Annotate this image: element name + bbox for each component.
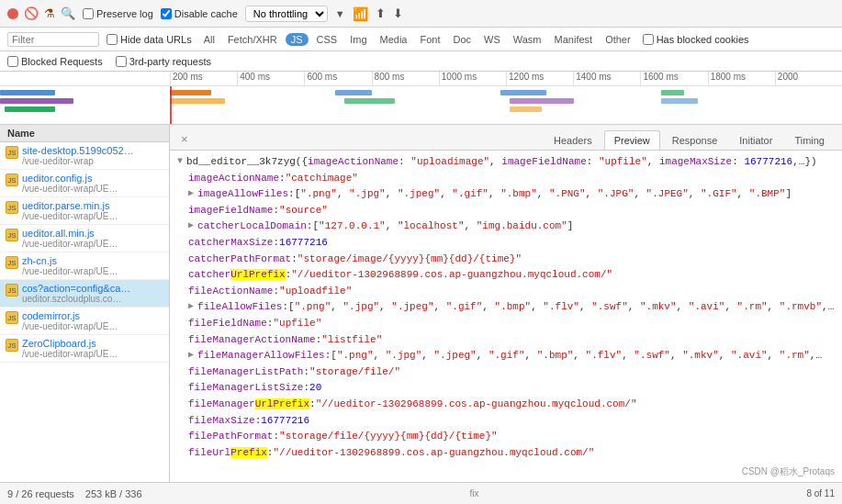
tick-400: 400 ms (237, 72, 304, 86)
checkbox-bar: Blocked Requests 3rd-party requests (0, 51, 842, 72)
tick-800: 800 ms (372, 72, 439, 86)
json-line-7: catcherUrlPrefix: "//ueditor-1302968899.… (177, 267, 835, 284)
tick-1800: 1800 ms (708, 72, 775, 86)
file-item-4[interactable]: JS zh-cn.js /vue-ueditor-wrap/UE… (0, 252, 169, 280)
tab-img[interactable]: Img (345, 33, 371, 46)
transfer-size: 253 kB / 336 (85, 488, 142, 499)
panel-tabs: × Headers Preview Response Initiator Tim… (170, 125, 842, 151)
file-info-7: ZeroClipboard.js /vue-ueditor-wrap/UE… (22, 338, 163, 359)
file-icon-4: JS (6, 256, 18, 269)
tab-timing[interactable]: Timing (784, 130, 835, 150)
expand-arrow-0[interactable] (177, 154, 183, 169)
json-line-5: catcherMaxSize: 16777216 (177, 235, 835, 252)
file-item-0[interactable]: JS site-desktop.5199c052… /vue-ueditor-w… (0, 142, 169, 170)
fix-label: fix (469, 488, 478, 498)
file-icon-5: JS (6, 284, 18, 297)
json-line-6: ➔ catcherPathFormat: "storage/image/{yyy… (177, 252, 835, 268)
json-line-0: bd__editor__3k7zyg({imageActionName: "up… (177, 154, 835, 171)
tab-media[interactable]: Media (376, 33, 412, 46)
filter-bar: Hide data URLs All Fetch/XHR JS CSS Img … (0, 28, 842, 51)
timeline-bars (0, 86, 842, 125)
json-line-16: fileMaxSize: 16777216 (177, 413, 835, 430)
file-info-3: ueditor.all.min.js /vue-ueditor-wrap/UE… (22, 228, 163, 249)
expand-arrow-4[interactable] (188, 218, 194, 233)
filter-tabs: All Fetch/XHR JS CSS Img Media Font Doc … (199, 33, 749, 46)
filter-input[interactable] (7, 32, 99, 47)
preview-panel: × Headers Preview Response Initiator Tim… (170, 125, 842, 482)
tab-headers[interactable]: Headers (544, 130, 602, 150)
expand-arrow-9[interactable] (188, 299, 194, 314)
upload-icon[interactable]: ⬆ (376, 6, 386, 20)
json-line-2: imageAllowFiles: [".png", ".jpg", ".jpeg… (177, 186, 835, 203)
tab-doc[interactable]: Doc (448, 33, 476, 46)
hide-data-urls-label: Hide data URLs (107, 34, 192, 45)
file-info-1: ueditor.config.js /vue-ueditor-wrap/UE… (22, 173, 163, 194)
json-line-13: fileManagerListPath: "storage/file/" (177, 364, 835, 381)
file-list: Name JS site-desktop.5199c052… /vue-uedi… (0, 125, 170, 482)
request-count: 9 / 26 requests (7, 488, 74, 499)
devtools-toolbar: 🚫 ⚗ 🔍 Preserve log Disable cache No thro… (0, 0, 842, 28)
tab-preview[interactable]: Preview (604, 130, 660, 150)
json-line-8: fileActionName: "uploadfile" (177, 284, 835, 300)
panel-close-btn[interactable]: × (175, 129, 194, 150)
blocked-requests-checkbox[interactable] (7, 56, 18, 67)
tab-manifest[interactable]: Manifest (550, 33, 598, 46)
tab-other[interactable]: Other (601, 33, 635, 46)
tab-all[interactable]: All (199, 33, 219, 46)
third-party-label: 3rd-party requests (116, 56, 211, 67)
expand-arrow-2[interactable] (188, 186, 194, 201)
file-icon-6: JS (6, 311, 18, 324)
file-info-0: site-desktop.5199c052… /vue-ueditor-wrap (22, 145, 163, 166)
clear-icon[interactable]: 🚫 (24, 6, 39, 20)
tab-fetch-xhr[interactable]: Fetch/XHR (223, 33, 282, 46)
download-icon[interactable]: ⬇ (393, 6, 403, 20)
file-item-5[interactable]: JS cos?action=config&ca… ueditor.szcloud… (0, 280, 169, 308)
main-content: Name JS site-desktop.5199c052… /vue-uedi… (0, 125, 842, 482)
disable-cache-label: Disable cache (161, 8, 238, 19)
hide-data-urls-checkbox[interactable] (107, 34, 118, 45)
status-bar: 9 / 26 requests 253 kB / 336 fix 8 of 11 (0, 482, 842, 504)
file-info-6: codemirror.js /vue-ueditor-wrap/UE… (22, 310, 163, 331)
filter-icon[interactable]: ⚗ (44, 6, 55, 20)
preview-content[interactable]: bd__editor__3k7zyg({imageActionName: "up… (170, 151, 842, 482)
file-item-1[interactable]: JS ueditor.config.js /vue-ueditor-wrap/U… (0, 170, 169, 197)
has-blocked-checkbox[interactable] (643, 34, 654, 45)
record-icon[interactable] (7, 8, 18, 19)
file-item-2[interactable]: JS ueditor.parse.min.js /vue-ueditor-wra… (0, 197, 169, 225)
tab-css[interactable]: CSS (312, 33, 342, 46)
json-line-4: catcherLocalDomain: ["127.0.0.1", "local… (177, 218, 835, 235)
page-info: 8 of 11 (806, 488, 835, 498)
tick-2000: 2000 (775, 72, 842, 86)
json-line-14: fileManagerListSize: 20 (177, 380, 835, 397)
search-icon[interactable]: 🔍 (61, 6, 75, 20)
tab-js[interactable]: JS (286, 33, 309, 46)
blocked-requests-label: Blocked Requests (7, 56, 103, 67)
timeline-ruler: 200 ms 400 ms 600 ms 800 ms 1000 ms 1200… (0, 72, 842, 86)
toolbar-icons: 🚫 ⚗ 🔍 (7, 6, 75, 20)
disable-cache-checkbox[interactable] (161, 8, 172, 19)
tab-wasm[interactable]: Wasm (509, 33, 546, 46)
status-left: 9 / 26 requests 253 kB / 336 (7, 488, 142, 499)
throttle-select[interactable]: No throttling (245, 6, 328, 22)
json-line-11: fileManagerActionName: "listfile" (177, 332, 835, 349)
timeline-area: 200 ms 400 ms 600 ms 800 ms 1000 ms 1200… (0, 72, 842, 125)
file-item-6[interactable]: JS codemirror.js /vue-ueditor-wrap/UE… (0, 308, 169, 335)
json-line-17: filePathFormat: "storage/file/{yyyy}{mm}… (177, 429, 835, 445)
file-item-3[interactable]: JS ueditor.all.min.js /vue-ueditor-wrap/… (0, 225, 169, 252)
tab-initiator[interactable]: Initiator (729, 130, 782, 150)
tab-font[interactable]: Font (415, 33, 444, 46)
preserve-log-checkbox[interactable] (83, 8, 94, 19)
json-line-1: imageActionName: "catchimage" (177, 171, 835, 187)
preserve-log-label: Preserve log (83, 8, 153, 19)
third-party-checkbox[interactable] (116, 56, 127, 67)
tick-1400: 1400 ms (573, 72, 640, 86)
tab-response[interactable]: Response (662, 130, 728, 150)
throttle-arrow: ▼ (335, 8, 345, 19)
tab-ws[interactable]: WS (479, 33, 505, 46)
expand-arrow-12[interactable] (188, 348, 194, 363)
file-info-5: cos?action=config&ca… ueditor.szcloudplu… (22, 283, 163, 304)
file-item-7[interactable]: JS ZeroClipboard.js /vue-ueditor-wrap/UE… (0, 335, 169, 363)
tick-600: 600 ms (304, 72, 371, 86)
tick-1200: 1200 ms (506, 72, 573, 86)
json-line-15: ➔ fileManagerUrlPrefix: "//ueditor-13029… (177, 397, 835, 413)
